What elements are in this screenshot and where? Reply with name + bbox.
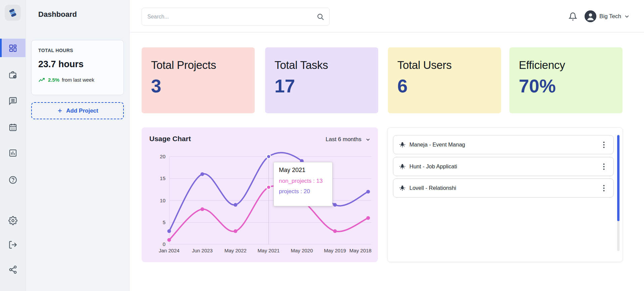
plus-icon: [57, 108, 63, 114]
dashboard-grid-icon: [8, 44, 17, 53]
project-options-button[interactable]: [599, 161, 608, 172]
top-bar: Big Tech: [130, 0, 644, 33]
date-range-label: Last 6 months: [326, 136, 361, 143]
stat-label: Efficiency: [519, 59, 613, 72]
chart-tooltip: May 2021 non_projects : 13 projects : 20: [274, 162, 333, 206]
sidebar-item-settings[interactable]: [0, 212, 26, 228]
sidebar-item-reports[interactable]: [0, 145, 26, 161]
lightbulb-icon: [399, 163, 406, 170]
stat-card-total-users: Total Users 6: [388, 47, 501, 113]
stat-card-efficiency: Efficiency 70%: [509, 47, 623, 113]
icon-sidebar: [0, 0, 26, 291]
total-hours-label: TOTAL HOURS: [38, 48, 117, 53]
share-icon: [8, 265, 17, 274]
dashboard-page: Dashboard TOTAL HOURS 23.7 hours 2.5% fr…: [0, 0, 644, 291]
kebab-menu-icon: [603, 141, 605, 148]
data-point-projects: [333, 203, 337, 207]
scrollbar-thumb[interactable]: [617, 135, 620, 221]
project-list-item[interactable]: Maneja - Event Manag: [393, 135, 614, 154]
hours-trend: 2.5% from last week: [38, 77, 117, 83]
tooltip-line-projects: projects : 20: [279, 188, 327, 195]
data-point-projects: [200, 172, 204, 176]
sidebar-item-messages[interactable]: [0, 93, 26, 109]
stat-card-total-tasks: Total Tasks 17: [265, 47, 378, 113]
trending-up-icon: [38, 77, 46, 83]
usage-line-chart: 05101520Jan 2024Jun 2023May 2022May 2021…: [142, 127, 378, 262]
search-icon[interactable]: [316, 13, 325, 21]
sidebar-item-projects[interactable]: [0, 67, 26, 83]
briefcase-clock-icon: [8, 71, 17, 80]
lightbulb-icon: [399, 141, 406, 149]
data-point-projects: [167, 229, 171, 233]
project-options-button[interactable]: [599, 183, 608, 194]
tooltip-line-non-projects: non_projects : 13: [279, 178, 327, 184]
data-point-projects: [366, 190, 370, 194]
top-right-actions: Big Tech: [568, 0, 630, 33]
data-point-non_projects: [366, 216, 370, 220]
x-tick-label: May 2019: [324, 248, 346, 253]
add-project-label: Add Project: [66, 108, 98, 114]
add-project-button[interactable]: Add Project: [31, 102, 124, 119]
stat-label: Total Tasks: [275, 59, 369, 72]
notifications-bell-icon[interactable]: [568, 12, 577, 21]
date-range-dropdown[interactable]: Last 6 months: [326, 136, 370, 143]
total-hours-card: TOTAL HOURS 23.7 hours 2.5% from last we…: [31, 40, 124, 95]
profile-menu[interactable]: Big Tech: [585, 10, 630, 22]
sidebar-item-calendar[interactable]: [0, 119, 26, 135]
data-point-non_projects: [333, 229, 337, 233]
stat-value: 17: [275, 77, 369, 95]
project-name: Hunt - Job Applicati: [409, 163, 457, 170]
x-tick-label: Jan 2024: [159, 248, 180, 253]
data-point-projects: [234, 203, 237, 207]
project-name: Maneja - Event Manag: [409, 141, 465, 148]
project-list-item[interactable]: Hunt - Job Applicati: [393, 157, 614, 176]
projects-list-card: Maneja - Event Manag Hunt - Job Applicat…: [387, 127, 623, 262]
kebab-menu-icon: [603, 185, 605, 192]
usage-chart-title: Usage Chart: [149, 135, 191, 143]
help-icon: [8, 175, 17, 184]
brand-ribbon-logo: [7, 7, 18, 18]
y-tick-label: 15: [160, 175, 165, 181]
calendar-icon: [8, 123, 17, 132]
stat-label: Total Users: [397, 59, 492, 72]
x-tick-label: May 2020: [291, 248, 313, 253]
trend-percent: 2.5%: [48, 77, 59, 83]
sidebar-item-help[interactable]: [0, 172, 26, 188]
search-input[interactable]: [142, 14, 316, 20]
logout-icon: [8, 240, 17, 249]
page-title: Dashboard: [38, 10, 77, 19]
stat-value: 6: [397, 77, 492, 95]
person-icon: [585, 10, 596, 22]
app-logo[interactable]: [5, 5, 21, 21]
total-hours-value: 23.7 hours: [38, 59, 117, 70]
data-point-non_projects: [267, 185, 271, 189]
user-name: Big Tech: [599, 13, 621, 20]
project-name: Lovell - Relationshi: [409, 185, 456, 191]
y-tick-label: 10: [160, 198, 165, 203]
trend-text: from last week: [62, 77, 94, 83]
avatar: [585, 10, 596, 22]
stat-value: 3: [151, 77, 245, 95]
data-point-non_projects: [234, 229, 237, 233]
x-tick-label: Jun 2023: [192, 248, 213, 253]
chat-icon: [8, 96, 17, 106]
lightbulb-icon: [399, 184, 406, 192]
kebab-menu-icon: [603, 163, 605, 170]
dashboard-side-panel: Dashboard TOTAL HOURS 23.7 hours 2.5% fr…: [26, 0, 130, 291]
data-point-projects: [267, 155, 271, 159]
project-options-button[interactable]: [599, 139, 608, 150]
stat-value: 70%: [519, 77, 613, 95]
chevron-down-icon: [624, 14, 630, 19]
sidebar-item-dashboard[interactable]: [0, 40, 26, 56]
data-point-non_projects: [167, 238, 171, 242]
sidebar-item-logout[interactable]: [0, 237, 26, 253]
usage-chart-card: Usage Chart Last 6 months 05101520Jan 20…: [142, 127, 378, 262]
project-list-item[interactable]: Lovell - Relationshi: [393, 178, 614, 198]
search-box: [142, 8, 330, 26]
x-tick-label: May 2021: [258, 248, 280, 253]
stat-label: Total Projects: [151, 59, 245, 72]
bar-chart-icon: [8, 149, 17, 158]
sidebar-item-share[interactable]: [0, 261, 26, 278]
x-tick-label: May 2018: [349, 248, 371, 253]
x-tick-label: May 2022: [225, 248, 247, 253]
